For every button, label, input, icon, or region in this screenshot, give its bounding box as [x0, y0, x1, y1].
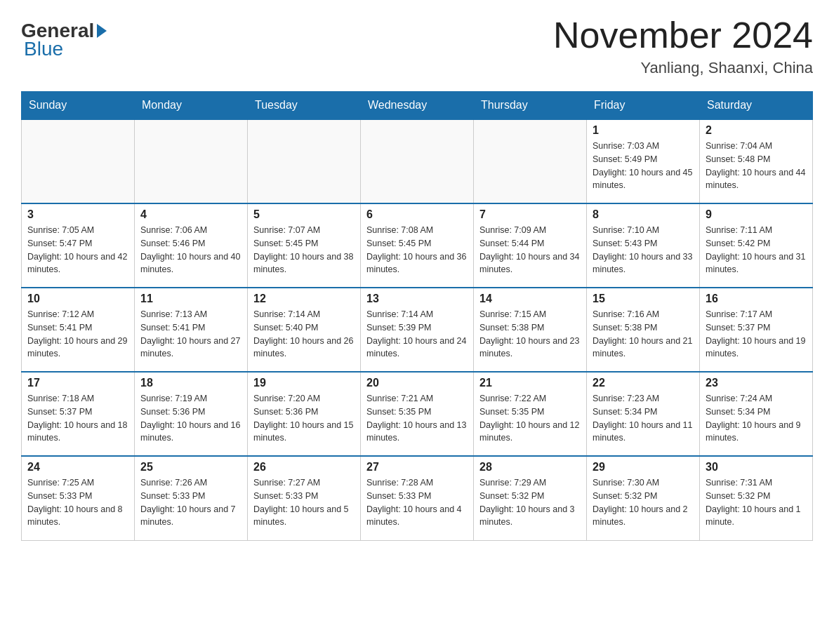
calendar-cell: 3Sunrise: 7:05 AMSunset: 5:47 PMDaylight…: [22, 203, 135, 288]
day-info: Sunrise: 7:20 AMSunset: 5:36 PMDaylight:…: [253, 392, 355, 445]
calendar-cell: 13Sunrise: 7:14 AMSunset: 5:39 PMDayligh…: [361, 288, 474, 372]
day-info: Sunrise: 7:19 AMSunset: 5:36 PMDaylight:…: [140, 392, 241, 445]
calendar-cell: [248, 119, 361, 203]
day-number: 15: [593, 293, 694, 305]
weekday-header-row: SundayMondayTuesdayWednesdayThursdayFrid…: [22, 92, 813, 120]
calendar-cell: 4Sunrise: 7:06 AMSunset: 5:46 PMDaylight…: [135, 203, 248, 288]
calendar-cell: [474, 119, 587, 203]
day-info: Sunrise: 7:04 AMSunset: 5:48 PMDaylight:…: [706, 140, 807, 192]
logo: General Blue: [21, 21, 110, 60]
day-info: Sunrise: 7:27 AMSunset: 5:33 PMDaylight:…: [253, 476, 355, 529]
day-number: 11: [140, 293, 241, 305]
calendar-week-3: 10Sunrise: 7:12 AMSunset: 5:41 PMDayligh…: [22, 288, 813, 372]
logo-blue-text: Blue: [24, 38, 63, 60]
calendar-cell: 19Sunrise: 7:20 AMSunset: 5:36 PMDayligh…: [248, 372, 361, 456]
day-number: 25: [140, 461, 241, 474]
weekday-header-monday: Monday: [135, 92, 248, 120]
day-number: 10: [27, 293, 128, 305]
calendar-cell: 8Sunrise: 7:10 AMSunset: 5:43 PMDaylight…: [587, 203, 700, 288]
calendar-week-1: 1Sunrise: 7:03 AMSunset: 5:49 PMDaylight…: [22, 119, 813, 203]
day-info: Sunrise: 7:26 AMSunset: 5:33 PMDaylight:…: [140, 476, 241, 529]
day-info: Sunrise: 7:05 AMSunset: 5:47 PMDaylight:…: [27, 224, 128, 276]
day-info: Sunrise: 7:14 AMSunset: 5:40 PMDaylight:…: [253, 308, 355, 361]
weekday-header-wednesday: Wednesday: [361, 92, 474, 120]
day-info: Sunrise: 7:16 AMSunset: 5:38 PMDaylight:…: [593, 308, 694, 361]
day-info: Sunrise: 7:14 AMSunset: 5:39 PMDaylight:…: [366, 308, 468, 361]
day-number: 30: [706, 461, 807, 474]
calendar-cell: 9Sunrise: 7:11 AMSunset: 5:42 PMDaylight…: [700, 203, 813, 288]
calendar-cell: 23Sunrise: 7:24 AMSunset: 5:34 PMDayligh…: [700, 372, 813, 456]
day-number: 21: [479, 377, 581, 389]
calendar-cell: 5Sunrise: 7:07 AMSunset: 5:45 PMDaylight…: [248, 203, 361, 288]
day-info: Sunrise: 7:18 AMSunset: 5:37 PMDaylight:…: [27, 392, 128, 445]
day-number: 24: [27, 461, 128, 474]
calendar-cell: 29Sunrise: 7:30 AMSunset: 5:32 PMDayligh…: [587, 456, 700, 540]
calendar-cell: 17Sunrise: 7:18 AMSunset: 5:37 PMDayligh…: [22, 372, 135, 456]
calendar-cell: 27Sunrise: 7:28 AMSunset: 5:33 PMDayligh…: [361, 456, 474, 540]
day-info: Sunrise: 7:13 AMSunset: 5:41 PMDaylight:…: [140, 308, 241, 361]
calendar-cell: 1Sunrise: 7:03 AMSunset: 5:49 PMDaylight…: [587, 119, 700, 203]
calendar-week-2: 3Sunrise: 7:05 AMSunset: 5:47 PMDaylight…: [22, 203, 813, 288]
day-info: Sunrise: 7:12 AMSunset: 5:41 PMDaylight:…: [27, 308, 128, 361]
day-number: 22: [593, 377, 694, 389]
day-info: Sunrise: 7:11 AMSunset: 5:42 PMDaylight:…: [706, 224, 807, 276]
calendar-cell: [135, 119, 248, 203]
day-number: 2: [706, 124, 807, 137]
calendar-cell: [22, 119, 135, 203]
day-info: Sunrise: 7:30 AMSunset: 5:32 PMDaylight:…: [593, 476, 694, 529]
weekday-header-sunday: Sunday: [22, 92, 135, 120]
day-info: Sunrise: 7:10 AMSunset: 5:43 PMDaylight:…: [593, 224, 694, 276]
calendar-table: SundayMondayTuesdayWednesdayThursdayFrid…: [21, 91, 813, 541]
day-info: Sunrise: 7:31 AMSunset: 5:32 PMDaylight:…: [706, 476, 807, 529]
day-number: 23: [706, 377, 807, 389]
day-number: 28: [479, 461, 581, 474]
logo-arrow-icon: [97, 24, 107, 38]
calendar-cell: 14Sunrise: 7:15 AMSunset: 5:38 PMDayligh…: [474, 288, 587, 372]
day-info: Sunrise: 7:24 AMSunset: 5:34 PMDaylight:…: [706, 392, 807, 445]
weekday-header-saturday: Saturday: [700, 92, 813, 120]
day-info: Sunrise: 7:23 AMSunset: 5:34 PMDaylight:…: [593, 392, 694, 445]
calendar-cell: 12Sunrise: 7:14 AMSunset: 5:40 PMDayligh…: [248, 288, 361, 372]
calendar-cell: 20Sunrise: 7:21 AMSunset: 5:35 PMDayligh…: [361, 372, 474, 456]
day-number: 5: [253, 208, 355, 221]
calendar-cell: 16Sunrise: 7:17 AMSunset: 5:37 PMDayligh…: [700, 288, 813, 372]
day-info: Sunrise: 7:21 AMSunset: 5:35 PMDaylight:…: [366, 392, 468, 445]
day-info: Sunrise: 7:07 AMSunset: 5:45 PMDaylight:…: [253, 224, 355, 276]
location-title: Yanliang, Shaanxi, China: [553, 59, 813, 77]
day-number: 16: [706, 293, 807, 305]
day-number: 12: [253, 293, 355, 305]
day-number: 20: [366, 377, 468, 389]
day-number: 3: [27, 208, 128, 221]
day-number: 8: [593, 208, 694, 221]
day-info: Sunrise: 7:17 AMSunset: 5:37 PMDaylight:…: [706, 308, 807, 361]
month-title: November 2024: [553, 14, 813, 56]
day-number: 19: [253, 377, 355, 389]
calendar-week-5: 24Sunrise: 7:25 AMSunset: 5:33 PMDayligh…: [22, 456, 813, 540]
weekday-header-friday: Friday: [587, 92, 700, 120]
day-number: 27: [366, 461, 468, 474]
day-number: 29: [593, 461, 694, 474]
calendar-cell: 28Sunrise: 7:29 AMSunset: 5:32 PMDayligh…: [474, 456, 587, 540]
weekday-header-thursday: Thursday: [474, 92, 587, 120]
day-number: 7: [479, 208, 581, 221]
day-number: 14: [479, 293, 581, 305]
calendar-cell: 7Sunrise: 7:09 AMSunset: 5:44 PMDaylight…: [474, 203, 587, 288]
calendar-cell: 6Sunrise: 7:08 AMSunset: 5:45 PMDaylight…: [361, 203, 474, 288]
day-number: 18: [140, 377, 241, 389]
day-info: Sunrise: 7:09 AMSunset: 5:44 PMDaylight:…: [479, 224, 581, 276]
day-number: 13: [366, 293, 468, 305]
day-number: 1: [593, 124, 694, 137]
day-number: 26: [253, 461, 355, 474]
calendar-cell: 18Sunrise: 7:19 AMSunset: 5:36 PMDayligh…: [135, 372, 248, 456]
calendar-cell: 24Sunrise: 7:25 AMSunset: 5:33 PMDayligh…: [22, 456, 135, 540]
calendar-cell: 26Sunrise: 7:27 AMSunset: 5:33 PMDayligh…: [248, 456, 361, 540]
calendar-cell: 11Sunrise: 7:13 AMSunset: 5:41 PMDayligh…: [135, 288, 248, 372]
calendar-cell: 21Sunrise: 7:22 AMSunset: 5:35 PMDayligh…: [474, 372, 587, 456]
day-info: Sunrise: 7:08 AMSunset: 5:45 PMDaylight:…: [366, 224, 468, 276]
day-number: 4: [140, 208, 241, 221]
calendar-cell: 22Sunrise: 7:23 AMSunset: 5:34 PMDayligh…: [587, 372, 700, 456]
calendar-cell: 2Sunrise: 7:04 AMSunset: 5:48 PMDaylight…: [700, 119, 813, 203]
title-area: November 2024 Yanliang, Shaanxi, China: [553, 14, 813, 77]
calendar-week-4: 17Sunrise: 7:18 AMSunset: 5:37 PMDayligh…: [22, 372, 813, 456]
day-number: 17: [27, 377, 128, 389]
